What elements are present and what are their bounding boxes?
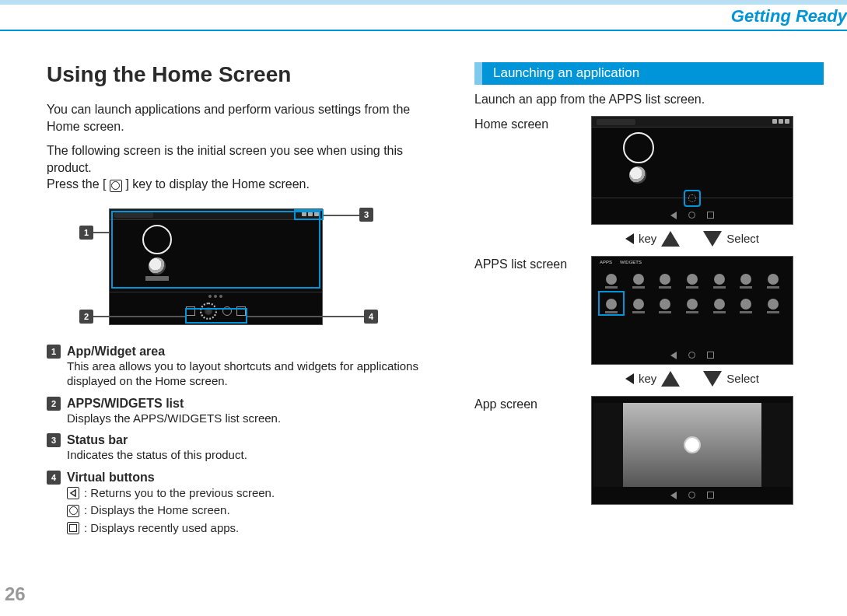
camera-side-left bbox=[593, 403, 623, 487]
nav-key-label: key bbox=[639, 232, 656, 245]
def-num-1: 1 bbox=[47, 345, 61, 359]
callout-box-3 bbox=[294, 209, 324, 220]
arrow-up-icon bbox=[661, 371, 680, 387]
camera-side-right bbox=[761, 403, 791, 487]
lead-line-3 bbox=[324, 215, 359, 216]
camera-app-icon bbox=[629, 166, 646, 184]
intro-press-prefix: Press the [ bbox=[47, 177, 106, 191]
def-desc-1: This area allows you to layout shortcuts… bbox=[67, 359, 436, 389]
chapter-title: Getting Ready bbox=[731, 6, 847, 26]
callout-box-1 bbox=[111, 211, 320, 289]
home-screen-diagram: 1 2 3 4 bbox=[47, 201, 436, 325]
lead-line-1 bbox=[93, 232, 109, 233]
device-divider bbox=[110, 292, 322, 292]
flow-screen-apps: APPS WIDGETS bbox=[591, 256, 793, 365]
section-heading: Launching an application bbox=[474, 62, 824, 85]
virtual-btn-home: : Displays the Home screen. bbox=[67, 502, 436, 520]
def-title-4: Virtual buttons bbox=[67, 471, 155, 485]
virtual-btn-recent-text: : Displays recently used apps. bbox=[84, 520, 239, 537]
flow-label-home: Home screen bbox=[474, 116, 583, 225]
def-title-1: App/Widget area bbox=[67, 345, 165, 359]
home-key-icon-small bbox=[67, 505, 79, 517]
header-bar: Getting Ready bbox=[0, 0, 847, 31]
def-num-4: 4 bbox=[47, 471, 61, 485]
def-num-2: 2 bbox=[47, 397, 61, 411]
app-selection-highlight bbox=[598, 291, 625, 316]
nav-arrows-1: key Select bbox=[591, 228, 793, 253]
right-column: Launching an application Launch an app f… bbox=[474, 62, 824, 544]
lead-line-2 bbox=[93, 316, 185, 317]
page-number: 26 bbox=[5, 583, 26, 605]
arrow-down-icon bbox=[703, 231, 722, 247]
flow-label-apps: APPS list screen bbox=[474, 256, 583, 365]
page-title: Using the Home Screen bbox=[47, 62, 436, 87]
virtual-btn-recent: : Displays recently used apps. bbox=[67, 520, 436, 537]
callout-box-4 bbox=[185, 308, 247, 324]
tab-widgets: WIDGETS bbox=[620, 260, 642, 264]
def-item-2: 2 APPS/WIDGETS list Displays the APPS/WI… bbox=[47, 397, 436, 426]
lead-line-4 bbox=[247, 316, 364, 317]
def-desc-2: Displays the APPS/WIDGETS list screen. bbox=[67, 411, 436, 426]
def-item-4: 4 Virtual buttons : Returns you to the p… bbox=[47, 471, 436, 537]
arrow-down-icon bbox=[703, 371, 722, 387]
def-num-3: 3 bbox=[47, 433, 61, 447]
callout-num-4: 4 bbox=[364, 310, 378, 324]
left-column: Using the Home Screen You can launch app… bbox=[47, 62, 436, 544]
camera-preview bbox=[623, 403, 761, 487]
back-triangle-icon bbox=[625, 233, 634, 244]
flow-label-app: App screen bbox=[474, 396, 583, 505]
clock-widget-icon bbox=[623, 132, 654, 163]
launch-flow: Home screen key Select bbox=[474, 116, 824, 505]
callout-num-3: 3 bbox=[359, 208, 373, 222]
intro-paragraph-2: The following screen is the initial scre… bbox=[47, 142, 436, 193]
page-content: Using the Home Screen You can launch app… bbox=[0, 31, 847, 544]
def-desc-3: Indicates the status of this product. bbox=[67, 447, 436, 463]
page-indicator-dots bbox=[208, 295, 224, 298]
virtual-btn-back-text: : Returns you to the previous screen. bbox=[84, 485, 275, 502]
nav-key-label-2: key bbox=[639, 372, 656, 385]
nav-arrows-2: key Select bbox=[591, 368, 793, 393]
intro-paragraph-1: You can launch applications and perform … bbox=[47, 101, 436, 135]
camera-shutter-icon bbox=[684, 436, 701, 453]
callout-num-2: 2 bbox=[79, 310, 93, 324]
virtual-btn-home-text: : Displays the Home screen. bbox=[84, 502, 230, 520]
nav-select-label-2: Select bbox=[726, 372, 759, 385]
intro-press-suffix: ] key to display the Home screen. bbox=[125, 177, 310, 191]
def-item-3: 3 Status bar Indicates the status of thi… bbox=[47, 433, 436, 463]
def-title-2: APPS/WIDGETS list bbox=[67, 397, 184, 411]
tab-apps: APPS bbox=[600, 260, 612, 264]
callout-num-1: 1 bbox=[79, 226, 93, 240]
nav-select-label: Select bbox=[726, 232, 759, 245]
section-intro: Launch an app from the APPS list screen. bbox=[474, 91, 824, 108]
home-key-icon bbox=[110, 180, 122, 192]
def-title-3: Status bar bbox=[67, 433, 128, 447]
virtual-btn-back: : Returns you to the previous screen. bbox=[67, 485, 436, 502]
flow-screen-home bbox=[591, 116, 793, 225]
recent-key-icon bbox=[67, 522, 79, 534]
intro-line-a: The following screen is the initial scre… bbox=[47, 144, 403, 174]
apps-grid bbox=[600, 271, 785, 317]
apps-button-highlight bbox=[684, 190, 701, 207]
back-key-icon bbox=[67, 487, 79, 499]
flow-screen-app bbox=[591, 396, 793, 505]
apps-tabs: APPS WIDGETS bbox=[600, 260, 642, 264]
back-triangle-icon bbox=[625, 373, 634, 384]
def-item-1: 1 App/Widget area This area allows you t… bbox=[47, 345, 436, 389]
arrow-up-icon bbox=[661, 231, 680, 247]
definition-list: 1 App/Widget area This area allows you t… bbox=[47, 345, 436, 537]
